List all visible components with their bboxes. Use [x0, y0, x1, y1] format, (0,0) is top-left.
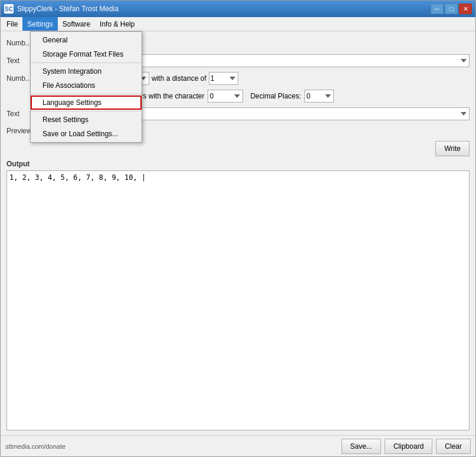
app-icon: SC	[4, 4, 14, 14]
output-label: Output	[6, 160, 470, 168]
dropdown-sep1	[31, 63, 142, 63]
donate-text: sttmedia.com/donate	[5, 443, 65, 450]
text2-label: Text	[6, 110, 27, 118]
dropdown-save-load[interactable]: Save or Load Settings...	[31, 127, 142, 141]
dropdown-sep3	[31, 111, 142, 111]
menu-bar: File Settings Software Info & Help Gener…	[1, 17, 475, 31]
status-bar: sttmedia.com/donate Save... Clipboard Cl…	[1, 435, 475, 456]
char-select[interactable]: 0	[208, 90, 243, 103]
write-button[interactable]: Write	[435, 141, 470, 156]
output-textarea[interactable]	[6, 170, 470, 430]
window-controls: ─ □ ✕	[431, 4, 472, 14]
menu-file[interactable]: File	[2, 17, 22, 31]
text1-label: Text	[6, 57, 27, 65]
window-title: SlippyClerk - Stefan Trost Media	[17, 5, 119, 13]
number-label: Numb...	[6, 39, 31, 47]
title-bar: SC SlippyClerk - Stefan Trost Media ─ □ …	[1, 1, 475, 17]
menu-info[interactable]: Info & Help	[95, 17, 139, 31]
dropdown-storage[interactable]: Storage Format Text Files	[31, 47, 142, 61]
dropdown-reset-settings[interactable]: Reset Settings	[31, 113, 142, 127]
close-button[interactable]: ✕	[459, 4, 472, 14]
dropdown-language-settings[interactable]: Language Settings	[31, 96, 142, 110]
minimize-button[interactable]: ─	[431, 4, 444, 14]
distance-label: with a distance of	[152, 74, 206, 83]
dropdown-system-integration[interactable]: System Integration	[31, 64, 142, 78]
maximize-button[interactable]: □	[445, 4, 458, 14]
distance-select[interactable]: 1	[209, 72, 238, 85]
menu-software[interactable]: Software	[58, 17, 95, 31]
decimal-label: Decimal Places:	[250, 92, 301, 100]
settings-dropdown: General Storage Format Text Files System…	[30, 31, 142, 143]
status-buttons: Save... Clipboard Clear	[342, 439, 471, 454]
main-window: SC SlippyClerk - Stefan Trost Media ─ □ …	[0, 0, 476, 457]
write-btn-row: Write	[6, 141, 470, 156]
save-button[interactable]: Save...	[342, 439, 381, 454]
clear-button[interactable]: Clear	[436, 439, 471, 454]
title-bar-left: SC SlippyClerk - Stefan Trost Media	[4, 4, 119, 14]
dropdown-file-associations[interactable]: File Associations	[31, 78, 142, 93]
output-section: Output	[6, 160, 470, 430]
menu-settings[interactable]: Settings	[22, 17, 57, 31]
decimal-select[interactable]: 0	[304, 90, 334, 103]
dropdown-general[interactable]: General	[31, 33, 142, 47]
dropdown-sep2	[31, 94, 142, 94]
clipboard-button[interactable]: Clipboard	[385, 439, 432, 454]
